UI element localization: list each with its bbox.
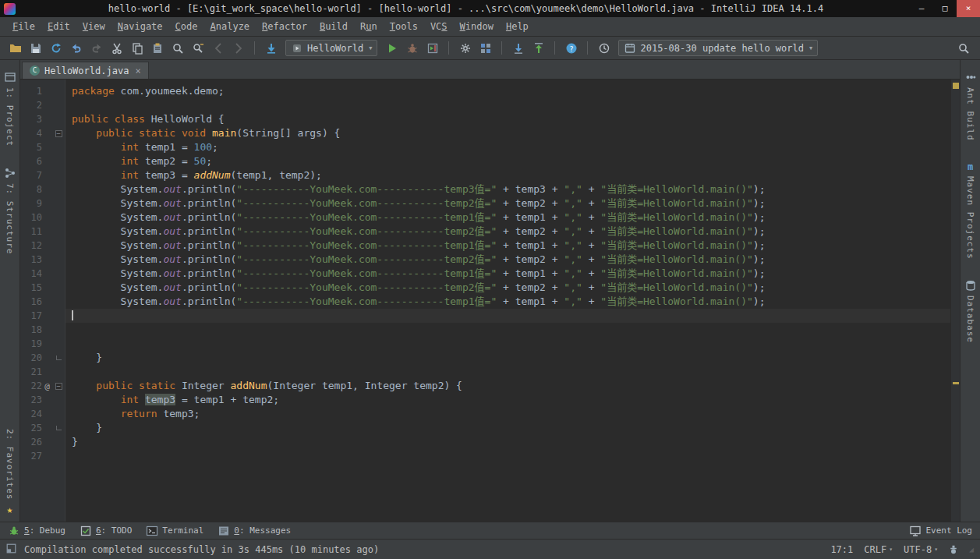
search-everywhere-icon[interactable] bbox=[954, 39, 972, 57]
code-line[interactable]: } bbox=[65, 435, 950, 449]
menu-item-refactor[interactable]: Refactor bbox=[256, 19, 313, 34]
gutter-line[interactable]: 9 bbox=[20, 196, 65, 211]
highlighting-level-icon[interactable] bbox=[949, 545, 958, 554]
gutter-line[interactable]: 5 bbox=[20, 140, 65, 154]
vcs-history-select[interactable]: 2015-08-30 update hello world▼ bbox=[618, 40, 818, 56]
gutter-line[interactable]: 2 bbox=[20, 98, 65, 112]
fold-marker-icon[interactable]: − bbox=[52, 130, 65, 137]
code-line[interactable]: System.out.println("-----------YouMeek.c… bbox=[65, 196, 950, 211]
menu-item-help[interactable]: Help bbox=[500, 19, 535, 34]
gutter-line[interactable]: 14 bbox=[20, 267, 65, 281]
gutter-line[interactable]: 12 bbox=[20, 239, 65, 253]
vcs-history-icon[interactable] bbox=[595, 39, 613, 57]
caret-position[interactable]: 17:1 bbox=[830, 544, 853, 555]
code-line[interactable]: System.out.println("-----------YouMeek.c… bbox=[65, 182, 950, 196]
run-configuration-select[interactable]: HelloWorld▼ bbox=[285, 40, 377, 56]
code-line[interactable]: package com.youmeek.demo; bbox=[65, 84, 950, 98]
code-line[interactable]: System.out.println("-----------YouMeek.c… bbox=[65, 295, 950, 309]
gutter-line[interactable]: 24 bbox=[20, 407, 65, 421]
replace-icon[interactable] bbox=[189, 39, 207, 57]
tool-button-event-log[interactable]: Event Log bbox=[909, 525, 972, 537]
gutter-line[interactable]: 22@− bbox=[20, 379, 65, 393]
fold-marker-icon[interactable] bbox=[52, 426, 65, 430]
gutter-line[interactable]: 16 bbox=[20, 295, 65, 309]
debug-icon[interactable] bbox=[403, 39, 421, 57]
tool-button-database[interactable]: Database bbox=[964, 279, 977, 343]
gutter-line[interactable]: 27 bbox=[20, 449, 65, 463]
gutter-line[interactable]: 23 bbox=[20, 393, 65, 407]
gutter-line[interactable]: 8 bbox=[20, 182, 65, 196]
menu-item-vcs[interactable]: VCS bbox=[424, 19, 454, 34]
code-area[interactable]: package com.youmeek.demo;public class He… bbox=[65, 80, 950, 522]
gutter-line[interactable]: 13 bbox=[20, 253, 65, 267]
code-editor[interactable]: 1234−5678910111213141516171819202122@−23… bbox=[20, 80, 960, 522]
code-line[interactable]: System.out.println("-----------YouMeek.c… bbox=[65, 253, 950, 267]
gutter-line[interactable]: 6 bbox=[20, 154, 65, 168]
code-line[interactable]: } bbox=[65, 351, 950, 365]
cut-icon[interactable] bbox=[108, 39, 126, 57]
vcs-commit-icon[interactable] bbox=[529, 39, 547, 57]
make-project-icon[interactable] bbox=[262, 39, 280, 57]
minimize-button[interactable]: — bbox=[910, 0, 933, 17]
code-line[interactable] bbox=[65, 337, 950, 351]
find-icon[interactable] bbox=[168, 39, 186, 57]
gutter-line[interactable]: 20 bbox=[20, 351, 65, 365]
forward-icon[interactable] bbox=[229, 39, 247, 57]
synchronize-icon[interactable] bbox=[47, 39, 65, 57]
paste-icon[interactable] bbox=[148, 39, 166, 57]
undo-icon[interactable] bbox=[67, 39, 85, 57]
gutter-line[interactable]: 18 bbox=[20, 323, 65, 337]
code-line[interactable]: System.out.println("-----------YouMeek.c… bbox=[65, 225, 950, 239]
gutter-line[interactable]: 26 bbox=[20, 435, 65, 449]
code-line[interactable]: int temp1 = 100; bbox=[65, 140, 950, 154]
menu-item-view[interactable]: View bbox=[76, 19, 111, 34]
tool-button-todo[interactable]: 6: TODO bbox=[80, 525, 132, 537]
tool-button-maven-projects[interactable]: mMaven Projects bbox=[965, 161, 975, 260]
code-line[interactable]: System.out.println("-----------YouMeek.c… bbox=[65, 239, 950, 253]
gutter-line[interactable]: 1 bbox=[20, 84, 65, 98]
code-line[interactable]: int temp3 = addNum(temp1, temp2); bbox=[65, 168, 950, 182]
encoding-selector[interactable]: UTF-8 ▾ bbox=[904, 544, 938, 555]
gutter-line[interactable]: 21 bbox=[20, 365, 65, 379]
line-separator-selector[interactable]: CRLF ▾ bbox=[864, 544, 893, 555]
settings-icon[interactable] bbox=[456, 39, 474, 57]
code-line[interactable]: return temp3; bbox=[65, 407, 950, 421]
gutter-line[interactable]: 11 bbox=[20, 225, 65, 239]
gutter-line[interactable]: 3 bbox=[20, 112, 65, 126]
open-file-icon[interactable] bbox=[6, 39, 24, 57]
resize-grip[interactable]: ◢ bbox=[969, 545, 974, 554]
menu-item-analyze[interactable]: Analyze bbox=[204, 19, 256, 34]
inspection-status-icon[interactable] bbox=[953, 83, 959, 89]
code-line[interactable]: public class HelloWorld { bbox=[65, 112, 950, 126]
gutter-line[interactable]: 25 bbox=[20, 421, 65, 435]
run-icon[interactable] bbox=[383, 39, 401, 57]
tool-button-project[interactable]: 1: Project bbox=[4, 71, 16, 147]
code-line[interactable]: System.out.println("-----------YouMeek.c… bbox=[65, 211, 950, 225]
code-line[interactable]: System.out.println("-----------YouMeek.c… bbox=[65, 267, 950, 281]
gutter-line[interactable]: 4− bbox=[20, 126, 65, 140]
vcs-update-icon[interactable] bbox=[509, 39, 527, 57]
menu-item-window[interactable]: Window bbox=[454, 19, 500, 34]
code-line[interactable] bbox=[65, 98, 950, 112]
code-line[interactable] bbox=[65, 323, 950, 337]
tab-close-icon[interactable]: × bbox=[133, 65, 140, 76]
code-line[interactable]: int temp3 = temp1 + temp2; bbox=[65, 393, 950, 407]
code-line[interactable]: System.out.println("-----------YouMeek.c… bbox=[65, 281, 950, 295]
tool-button-messages[interactable]: 0: Messages bbox=[218, 525, 291, 537]
menu-item-build[interactable]: Build bbox=[313, 19, 354, 34]
redo-icon[interactable] bbox=[87, 39, 105, 57]
gutter-line[interactable]: 15 bbox=[20, 281, 65, 295]
toolwindow-toggle-icon[interactable] bbox=[6, 543, 16, 556]
tab-helloworld-java[interactable]: C HelloWorld.java × bbox=[22, 62, 149, 79]
save-all-icon[interactable] bbox=[27, 39, 44, 57]
help-icon[interactable]: ? bbox=[562, 39, 580, 57]
code-line[interactable] bbox=[65, 365, 950, 379]
menu-item-code[interactable]: Code bbox=[169, 19, 204, 34]
fold-marker-icon[interactable]: − bbox=[52, 383, 65, 390]
gutter-line[interactable]: 10 bbox=[20, 211, 65, 225]
back-icon[interactable] bbox=[209, 39, 227, 57]
menu-item-edit[interactable]: Edit bbox=[41, 19, 76, 34]
code-line[interactable] bbox=[65, 449, 950, 463]
code-line[interactable] bbox=[65, 309, 950, 323]
code-line[interactable]: public static Integer addNum(Integer tem… bbox=[65, 379, 950, 393]
